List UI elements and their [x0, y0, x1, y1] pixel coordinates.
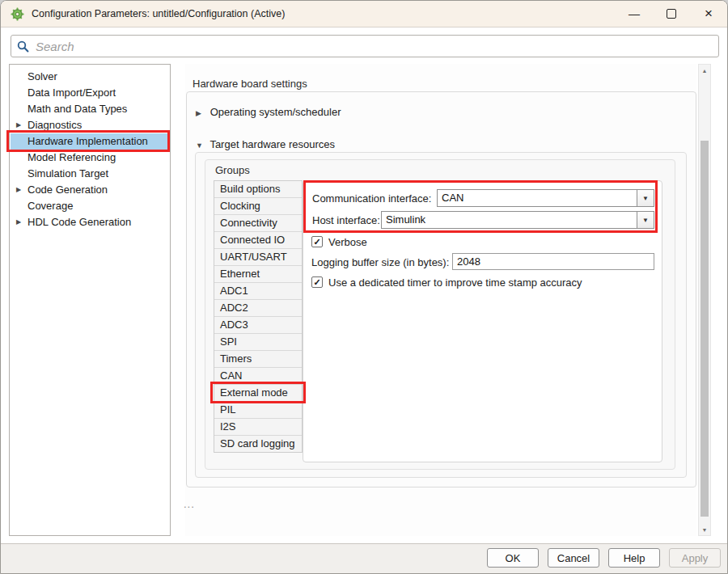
sidebar-item-code-generation[interactable]: ▶ Code Generation	[11, 182, 169, 198]
group-item-connected-io[interactable]: Connected IO	[214, 232, 302, 249]
group-item-adc1[interactable]: ADC1	[214, 283, 302, 300]
maximize-icon	[667, 9, 676, 19]
sidebar-item-label: Hardware Implementation	[28, 135, 148, 147]
sidebar-item-diagnostics[interactable]: ▶ Diagnostics	[11, 117, 169, 133]
dialog-footer: OK Cancel Help Apply	[1, 543, 727, 573]
checkmark-icon: ✓	[313, 237, 320, 247]
group-item-ethernet[interactable]: Ethernet	[214, 266, 302, 283]
scrollbar-thumb[interactable]	[700, 141, 709, 517]
minimize-button[interactable]: —	[616, 1, 653, 27]
dropdown-value: Simulink	[386, 212, 425, 228]
sidebar-item-hdl-code-generation[interactable]: ▶ HDL Code Generation	[11, 214, 169, 230]
sidebar-item-label: Code Generation	[28, 184, 108, 196]
group-item-i2s[interactable]: I2S	[214, 419, 302, 436]
verbose-checkbox[interactable]: ✓	[311, 236, 323, 247]
checkmark-icon: ✓	[313, 277, 320, 287]
dedicated-timer-checkbox[interactable]: ✓	[311, 276, 323, 288]
section-label: Operating system/scheduler	[210, 106, 341, 118]
sidebar-item-coverage[interactable]: Coverage	[11, 198, 169, 214]
section-label: Target hardware resources	[210, 138, 335, 150]
title-bar: Configuration Parameters: untitled/Confi…	[1, 1, 727, 27]
category-tree: Solver Data Import/Export Math and Data …	[9, 64, 171, 536]
chevron-down-icon[interactable]: ▼	[637, 212, 654, 228]
groups-label: Groups	[215, 164, 250, 176]
group-item-can[interactable]: CAN	[214, 368, 302, 385]
sidebar-item-label: Data Import/Export	[28, 87, 116, 99]
group-item-spi[interactable]: SPI	[214, 334, 302, 351]
search-icon	[17, 40, 29, 53]
sidebar-item-label: Solver	[28, 70, 57, 82]
sidebar-item-simulation-target[interactable]: Simulation Target	[11, 166, 169, 182]
overflow-ellipsis: ...	[184, 498, 195, 510]
chevron-down-icon[interactable]: ▼	[637, 190, 654, 206]
sidebar-item-label: Math and Data Types	[28, 103, 127, 115]
search-bar[interactable]	[11, 35, 719, 57]
sidebar-item-model-referencing[interactable]: Model Referencing	[11, 150, 169, 166]
communication-interface-dropdown[interactable]: CAN ▼	[437, 189, 654, 207]
apply-button: Apply	[669, 548, 721, 568]
sidebar-item-math-and-data-types[interactable]: Math and Data Types	[11, 101, 169, 117]
simulink-gear-icon	[11, 7, 24, 21]
chevron-right-icon[interactable]: ▶	[196, 109, 207, 117]
configuration-parameters-dialog: Configuration Parameters: untitled/Confi…	[0, 0, 728, 574]
communication-interface-label: Communication interface:	[312, 192, 431, 205]
minimize-icon: —	[629, 7, 640, 20]
dedicated-timer-label[interactable]: Use a dedicated timer to improve time st…	[328, 276, 582, 289]
host-interface-label: Host interface:	[312, 214, 380, 226]
host-interface-dropdown[interactable]: Simulink ▼	[381, 211, 654, 229]
sidebar-item-label: Coverage	[28, 200, 73, 212]
group-item-uart-usart[interactable]: UART/USART	[214, 249, 302, 266]
sidebar-item-label: Model Referencing	[28, 151, 116, 163]
cancel-button[interactable]: Cancel	[548, 548, 599, 568]
dropdown-value: CAN	[442, 190, 463, 206]
sidebar-item-data-import-export[interactable]: Data Import/Export	[11, 85, 169, 101]
search-input[interactable]	[34, 37, 718, 55]
scroll-up-icon[interactable]: ▲	[699, 65, 710, 76]
expand-arrow-icon[interactable]: ▶	[16, 214, 21, 230]
sidebar-item-hardware-implementation[interactable]: Hardware Implementation	[11, 133, 169, 150]
group-item-timers[interactable]: Timers	[214, 351, 302, 368]
page-title: Hardware board settings	[193, 78, 307, 90]
window-controls: — ×	[616, 1, 727, 27]
sidebar-item-label: Simulation Target	[28, 167, 108, 179]
chevron-down-icon[interactable]: ▼	[196, 141, 207, 150]
logging-buffer-size-input[interactable]: 2048	[452, 253, 654, 270]
expand-arrow-icon[interactable]: ▶	[16, 117, 21, 133]
logging-buffer-size-label: Logging buffer size (in bytes):	[311, 256, 449, 268]
sidebar-item-solver[interactable]: Solver	[11, 69, 169, 85]
close-button[interactable]: ×	[690, 1, 727, 27]
expand-arrow-icon[interactable]: ▶	[16, 182, 21, 198]
group-item-pil[interactable]: PIL	[214, 402, 302, 419]
scroll-down-icon[interactable]: ▼	[699, 524, 710, 535]
vertical-scrollbar[interactable]: ▲ ▼	[698, 64, 711, 536]
ok-button[interactable]: OK	[487, 548, 539, 568]
window-title: Configuration Parameters: untitled/Confi…	[32, 8, 285, 19]
close-icon: ×	[705, 6, 713, 22]
section-operating-system-scheduler[interactable]: ▶ Operating system/scheduler	[196, 106, 341, 118]
group-item-connectivity[interactable]: Connectivity	[214, 215, 302, 232]
verbose-label[interactable]: Verbose	[328, 236, 367, 248]
group-item-clocking[interactable]: Clocking	[214, 198, 302, 215]
section-target-hardware-resources[interactable]: ▼ Target hardware resources	[196, 138, 335, 150]
group-item-external-mode[interactable]: External mode	[214, 385, 302, 402]
sidebar-item-label: HDL Code Generation	[28, 216, 131, 228]
group-item-sd-card-logging[interactable]: SD card logging	[214, 436, 302, 452]
help-button[interactable]: Help	[608, 548, 660, 568]
group-item-adc2[interactable]: ADC2	[214, 300, 302, 317]
sidebar-item-label: Diagnostics	[28, 119, 82, 131]
maximize-button[interactable]	[653, 1, 690, 27]
group-item-adc3[interactable]: ADC3	[214, 317, 302, 334]
group-item-build-options[interactable]: Build options	[214, 181, 302, 198]
groups-list: Build options Clocking Connectivity Conn…	[214, 180, 303, 453]
